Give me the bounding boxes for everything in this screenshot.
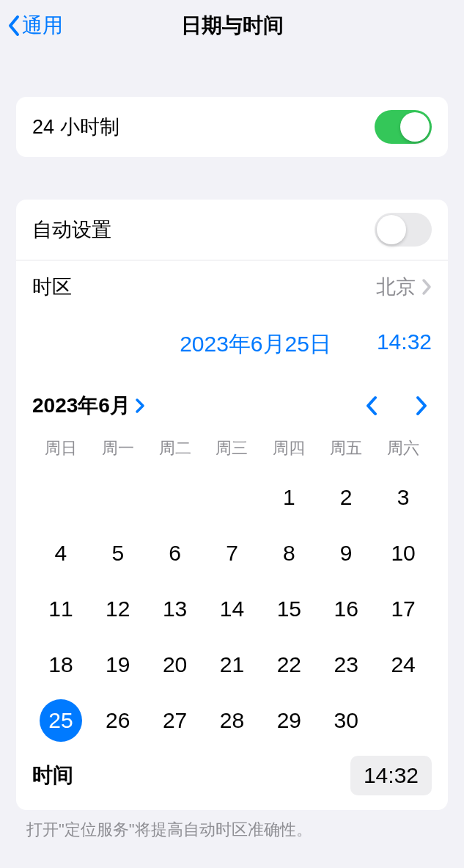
row-auto-set-label: 自动设置 — [32, 216, 111, 243]
date-cell[interactable]: 20 — [147, 637, 204, 693]
month-label: 2023年6月 — [32, 392, 130, 420]
weekday-header: 周日周一周二周三周四周五周六 — [32, 433, 432, 464]
date-cell[interactable]: 1 — [260, 470, 317, 525]
time-row-label: 时间 — [32, 762, 73, 789]
date-cell[interactable]: 28 — [204, 693, 261, 748]
date-cell[interactable]: 6 — [147, 525, 204, 581]
date-cell-empty — [204, 470, 261, 525]
month-picker-button[interactable]: 2023年6月 — [32, 392, 145, 420]
date-cell[interactable]: 3 — [375, 470, 432, 525]
time-picker-value: 14:32 — [364, 763, 419, 787]
date-cell[interactable]: 17 — [375, 581, 432, 637]
back-button[interactable]: 通用 — [7, 12, 63, 40]
date-cell[interactable]: 5 — [89, 525, 147, 581]
calendar-grid: 1234567891011121314151617181920212223242… — [32, 470, 432, 748]
date-cell[interactable]: 30 — [317, 693, 375, 748]
date-cell[interactable]: 18 — [32, 637, 89, 693]
date-cell[interactable]: 10 — [375, 525, 432, 581]
date-cell[interactable]: 23 — [317, 637, 375, 693]
date-cell[interactable]: 27 — [147, 693, 204, 748]
date-cell[interactable]: 7 — [204, 525, 261, 581]
weekday-label: 周日 — [32, 433, 89, 464]
row-timezone[interactable]: 时区 北京 — [16, 260, 448, 313]
row-24-hour: 24 小时制 — [16, 97, 448, 157]
chevron-right-icon — [415, 395, 428, 416]
date-cell[interactable]: 14 — [204, 581, 261, 637]
date-cell[interactable]: 19 — [89, 637, 147, 693]
date-cell[interactable]: 22 — [260, 637, 317, 693]
date-cell[interactable]: 11 — [32, 581, 89, 637]
date-cell[interactable]: 25 — [32, 693, 89, 748]
prev-month-button[interactable] — [361, 395, 382, 416]
selected-time-button[interactable]: 14:32 — [377, 329, 432, 360]
chevron-left-icon — [365, 395, 378, 416]
selected-date-button[interactable]: 2023年6月25日 — [180, 329, 331, 360]
date-cell[interactable]: 12 — [89, 581, 147, 637]
back-label: 通用 — [22, 12, 63, 40]
date-cell[interactable]: 21 — [204, 637, 261, 693]
date-cell[interactable]: 9 — [317, 525, 375, 581]
page-title: 日期与时间 — [181, 12, 284, 40]
date-cell[interactable]: 26 — [89, 693, 147, 748]
row-timezone-label: 时区 — [32, 274, 72, 300]
weekday-label: 周二 — [147, 433, 204, 464]
date-cell-empty — [32, 470, 89, 525]
date-cell[interactable]: 15 — [260, 581, 317, 637]
next-month-button[interactable] — [411, 395, 432, 416]
row-auto-set: 自动设置 — [16, 200, 448, 260]
time-picker-button[interactable]: 14:32 — [350, 756, 432, 795]
toggle-auto-set[interactable] — [375, 213, 432, 247]
toggle-24-hour[interactable] — [375, 110, 432, 144]
chevron-right-icon — [135, 398, 145, 414]
row-24-hour-label: 24 小时制 — [32, 114, 119, 140]
date-cell[interactable]: 29 — [260, 693, 317, 748]
weekday-label: 周六 — [375, 433, 432, 464]
row-timezone-value: 北京 — [376, 274, 416, 300]
weekday-label: 周一 — [89, 433, 147, 464]
date-cell-empty — [147, 470, 204, 525]
date-cell[interactable]: 2 — [317, 470, 375, 525]
footer-note: 打开"定位服务"将提高自动时区准确性。 — [26, 819, 438, 841]
chevron-left-icon — [7, 15, 21, 37]
date-cell[interactable]: 16 — [317, 581, 375, 637]
date-cell[interactable]: 8 — [260, 525, 317, 581]
date-cell-empty — [89, 470, 147, 525]
date-cell[interactable]: 13 — [147, 581, 204, 637]
weekday-label: 周五 — [317, 433, 375, 464]
date-cell[interactable]: 24 — [375, 637, 432, 693]
date-cell[interactable]: 4 — [32, 525, 89, 581]
chevron-right-icon — [421, 278, 432, 296]
weekday-label: 周三 — [204, 433, 261, 464]
weekday-label: 周四 — [260, 433, 317, 464]
